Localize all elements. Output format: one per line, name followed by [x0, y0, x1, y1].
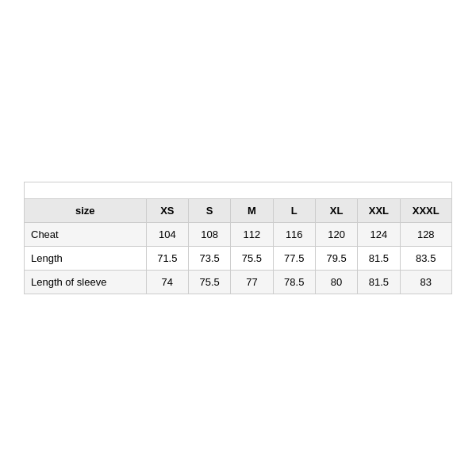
row-cheat-m: 112: [231, 223, 273, 247]
row-sleeve-l: 78.5: [273, 271, 315, 294]
header-size: size: [25, 199, 147, 223]
row-sleeve-xxl: 81.5: [358, 271, 400, 294]
row-sleeve-xl: 80: [315, 271, 357, 294]
row-length-xl: 79.5: [315, 247, 357, 271]
row-cheat-xxxl: 128: [400, 223, 451, 247]
row-length-s: 73.5: [188, 247, 230, 271]
row-cheat-l: 116: [273, 223, 315, 247]
row-length-xxxl: 83.5: [400, 247, 451, 271]
header-row: size XS S M L XL XXL XXXL: [25, 199, 452, 223]
row-cheat-label: Cheat: [25, 223, 147, 247]
row-sleeve-label: Length of sleeve: [25, 271, 147, 294]
row-sleeve-xxxl: 83: [400, 271, 451, 294]
row-length-xxl: 81.5: [358, 247, 400, 271]
table-row: Length of sleeve 74 75.5 77 78.5 80 81.5…: [25, 271, 452, 294]
size-table: size XS S M L XL XXL XXXL Cheat 104 108 …: [24, 182, 452, 294]
row-length-xs: 71.5: [146, 247, 188, 271]
row-sleeve-m: 77: [231, 271, 273, 294]
header-xs: XS: [146, 199, 188, 223]
table-title: [25, 182, 452, 199]
row-length-l: 77.5: [273, 247, 315, 271]
chart-container: size XS S M L XL XXL XXXL Cheat 104 108 …: [24, 182, 452, 294]
row-sleeve-xs: 74: [146, 271, 188, 294]
header-l: L: [273, 199, 315, 223]
header-s: S: [188, 199, 230, 223]
row-cheat-xl: 120: [315, 223, 357, 247]
row-sleeve-s: 75.5: [188, 271, 230, 294]
header-xxl: XXL: [358, 199, 400, 223]
table-row: Cheat 104 108 112 116 120 124 128: [25, 223, 452, 247]
row-length-m: 75.5: [231, 247, 273, 271]
row-length-label: Length: [25, 247, 147, 271]
header-xl: XL: [315, 199, 357, 223]
row-cheat-s: 108: [188, 223, 230, 247]
header-m: M: [231, 199, 273, 223]
header-xxxl: XXXL: [400, 199, 451, 223]
row-cheat-xxl: 124: [358, 223, 400, 247]
title-row: [25, 182, 452, 199]
row-cheat-xs: 104: [146, 223, 188, 247]
table-row: Length 71.5 73.5 75.5 77.5 79.5 81.5 83.…: [25, 247, 452, 271]
